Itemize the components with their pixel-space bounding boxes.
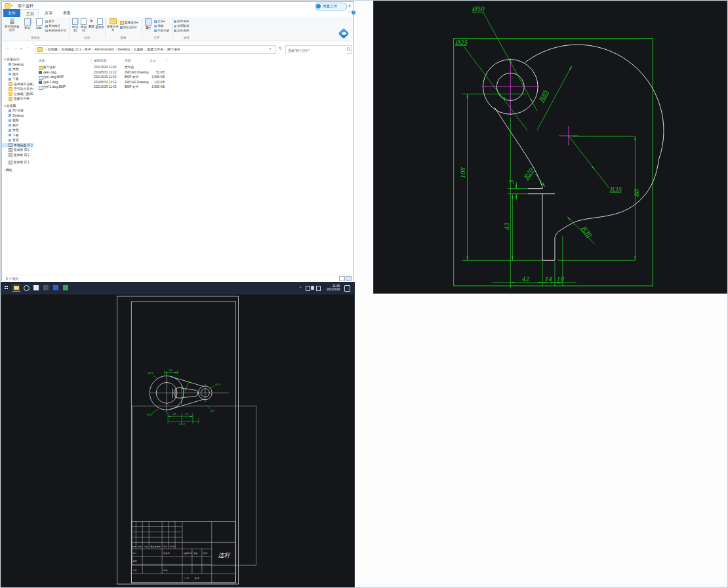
- history-button[interactable]: 历史记录: [154, 28, 169, 33]
- drive-icon: [9, 153, 12, 157]
- tab-share[interactable]: 共享: [40, 9, 57, 17]
- tray-expand-icon[interactable]: ^: [300, 286, 301, 290]
- up-icon[interactable]: ↑: [26, 45, 29, 50]
- forward-icon[interactable]: →: [13, 45, 18, 50]
- taskbar-document-app-icon[interactable]: [32, 284, 40, 292]
- sidebar-item-folder4[interactable]: 新建文件夹: [2, 96, 33, 102]
- column-name[interactable]: 名称: [39, 58, 45, 64]
- folder-icon: [9, 92, 12, 96]
- paste-shortcut-button[interactable]: 粘贴快捷方式: [45, 28, 66, 33]
- copy-button[interactable]: 复制: [22, 18, 33, 29]
- move-to-button[interactable]: 移动到: [71, 18, 79, 32]
- back-icon[interactable]: ←: [5, 45, 10, 50]
- copy-path-button[interactable]: 复制路径: [45, 24, 66, 28]
- netdisk-upload-button[interactable]: 网盘上传: [315, 3, 347, 10]
- new-folder-button[interactable]: 新建文件夹: [106, 18, 119, 31]
- sidebar-quick-access[interactable]: » 快速访问: [2, 57, 33, 62]
- breadcrumb-current[interactable]: 两个连杆: [167, 47, 180, 51]
- notification-center-icon[interactable]: [344, 285, 350, 292]
- column-date[interactable]: 修改日期: [94, 58, 106, 64]
- sidebar-item-music[interactable]: 音乐: [2, 138, 33, 143]
- taskbar-clock[interactable]: 11:49 2021/3/29: [321, 284, 340, 291]
- bmp-file-icon: [39, 86, 43, 90]
- easy-access-button[interactable]: 轻松访问▾: [120, 25, 138, 29]
- new-item-button[interactable]: 新建项目▾: [120, 20, 138, 25]
- tab-file[interactable]: 文件: [3, 9, 20, 17]
- breadcrumb-c-drive[interactable]: 本地磁盘 (C:): [61, 47, 81, 51]
- sidebar-this-pc[interactable]: » 此电脑: [2, 104, 33, 109]
- breadcrumb-desktop[interactable]: Desktop: [118, 47, 130, 51]
- sidebar-item-3d-objects[interactable]: 3D 对象: [2, 108, 33, 113]
- view-list-icon[interactable]: [339, 276, 345, 281]
- pin-quick-access-button[interactable]: 固定到快速访问: [3, 18, 20, 31]
- folder-icon: [9, 87, 12, 91]
- taskbar-file-explorer-icon[interactable]: [12, 284, 20, 292]
- delete-button[interactable]: × 删除: [88, 18, 95, 28]
- taskbar-browser-icon[interactable]: [22, 284, 30, 292]
- sidebar-item-volume-f[interactable]: 新加卷 (F:): [2, 160, 33, 165]
- sidebar-item-downloads[interactable]: 下载: [2, 77, 33, 82]
- sidebar-item-desktop2[interactable]: Desktop: [2, 113, 33, 119]
- dim-bottom-total: 66.5: [179, 422, 185, 425]
- rename-button[interactable]: 重命名: [95, 18, 104, 29]
- breadcrumb[interactable]: ›此电脑›本地磁盘 (C:)›用户›Administrator›Desktop›…: [35, 45, 276, 54]
- tray-icon-3[interactable]: [316, 286, 321, 291]
- chevron-down-icon[interactable]: ▾: [11, 3, 13, 7]
- dim-bottom-21: 21: [185, 412, 189, 416]
- netdisk-logo-icon[interactable]: [339, 28, 349, 39]
- tab-view[interactable]: 查看: [58, 9, 75, 17]
- sidebar-item-pictures[interactable]: 图片: [2, 72, 33, 77]
- dim-left-radius: R25: [148, 372, 153, 375]
- cut-button[interactable]: 剪切: [45, 19, 66, 24]
- sidebar-item-desktop[interactable]: Desktop: [2, 62, 33, 68]
- sidebar-network[interactable]: › 网络: [2, 168, 33, 173]
- copy-to-icon: [81, 18, 87, 25]
- tray-icon-1[interactable]: [306, 286, 310, 291]
- invert-selection-button[interactable]: 反向选择: [174, 28, 189, 33]
- sidebar-item-pictures2[interactable]: 图片: [2, 123, 33, 128]
- help-icon[interactable]: ?: [352, 10, 355, 14]
- cad-sheet-drawing: 18 R25 R10 R7 R32 25 21 66.5 标记 处数: [1, 294, 355, 588]
- tab-home[interactable]: 主页: [22, 9, 39, 17]
- sidebar-item-folder2[interactable]: 空气动力学分析模型: [2, 87, 33, 92]
- sidebar-item-local-disk-c[interactable]: 本地磁盘 (C:): [2, 143, 33, 148]
- breadcrumb-this-pc[interactable]: 此电脑: [48, 47, 58, 51]
- sidebar-item-documents2[interactable]: 文档: [2, 128, 33, 133]
- refresh-icon[interactable]: ↻: [279, 46, 282, 50]
- address-dropdown-icon[interactable]: ▾: [270, 47, 272, 50]
- edit-button[interactable]: 编辑: [154, 24, 169, 28]
- copy-to-button[interactable]: 复制到: [79, 18, 88, 32]
- invert-selection-icon: [174, 29, 176, 32]
- sidebar-item-folder3[interactable]: 立体两门图4E: [2, 92, 33, 97]
- sidebar-item-downloads2[interactable]: 下载: [2, 133, 33, 138]
- breadcrumb-new-folder[interactable]: 新建文件夹: [147, 47, 163, 51]
- search-input[interactable]: [287, 47, 347, 54]
- sidebar-item-volume-d[interactable]: 新加卷 (D:): [2, 147, 33, 153]
- column-type[interactable]: 类型: [125, 58, 131, 64]
- breadcrumb-administrator[interactable]: Administrator: [94, 47, 113, 51]
- sidebar-item-folder1[interactable]: 各种城市仿真模型: [2, 82, 33, 87]
- start-button[interactable]: [3, 284, 10, 292]
- sidebar-item-volume-e[interactable]: 新加卷 (E:): [2, 153, 33, 158]
- select-all-button[interactable]: 全部选择: [174, 19, 189, 24]
- breadcrumb-material[interactable]: 九素材: [134, 47, 144, 51]
- column-size[interactable]: 大小: [150, 58, 156, 64]
- breadcrumb-users[interactable]: 用户: [85, 47, 91, 51]
- taskbar-spreadsheet-icon[interactable]: [62, 284, 70, 292]
- history-dropdown-icon[interactable]: ▾: [20, 47, 22, 50]
- netdisk-icon: [316, 4, 321, 9]
- select-none-button[interactable]: 全部取消: [174, 24, 189, 28]
- open-button[interactable]: 打开▾: [154, 19, 169, 24]
- search-icon: [347, 47, 350, 50]
- taskbar-photo-app-icon[interactable]: [42, 284, 50, 292]
- paste-button[interactable]: 粘贴: [33, 18, 45, 29]
- sidebar-item-documents[interactable]: 文档: [2, 67, 33, 72]
- sidebar-item-videos[interactable]: 视频: [2, 118, 33, 123]
- collapse-ribbon-icon[interactable]: ^: [348, 10, 350, 14]
- view-thumbnail-icon[interactable]: [346, 276, 352, 281]
- folder-icon: [5, 3, 10, 9]
- tray-icon-2[interactable]: [311, 286, 314, 290]
- properties-button[interactable]: 属性: [143, 18, 153, 29]
- taskbar-zwcad-icon[interactable]: [52, 284, 60, 292]
- dim-diameter-50: Ø50: [472, 6, 485, 12]
